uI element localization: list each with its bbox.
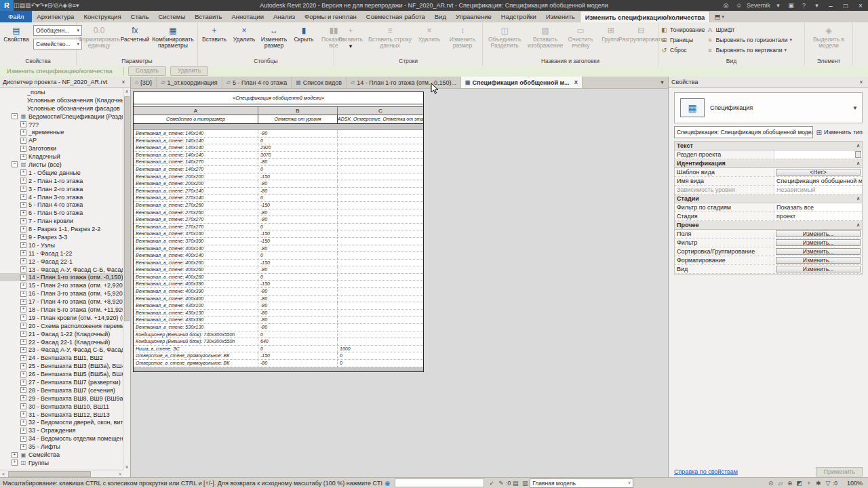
selection-filter-icon[interactable]: ▽	[823, 480, 833, 487]
schedule-cell[interactable]: -150	[258, 174, 338, 180]
column-letter[interactable]: C	[338, 107, 423, 115]
schedule-row[interactable]: Вентканал_в_стене: 530x130-80	[134, 324, 423, 331]
search-icon[interactable]: ◎	[721, 2, 731, 9]
schedule-cell[interactable]	[338, 188, 423, 195]
property-value[interactable]: проект	[774, 212, 862, 220]
schedule-cell[interactable]	[338, 288, 423, 295]
schedule-cell[interactable]: Ниша_в_стене: ЭС	[134, 346, 258, 352]
browser-vertical-scrollbar[interactable]: ∧ ∨	[123, 88, 130, 470]
schedule-row[interactable]: Вентканал_в_стене: 140x1403070	[134, 152, 423, 159]
schedule-cell[interactable]: -80	[258, 310, 338, 317]
tree-item[interactable]: +2 - План 1-го этажа	[0, 177, 123, 185]
expand-icon[interactable]: +	[20, 186, 26, 192]
schedule-cell[interactable]: -80	[258, 159, 338, 165]
schedule-cell[interactable]: -150	[258, 260, 338, 266]
tab-Управление[interactable]: Управление	[451, 11, 496, 22]
expand-icon[interactable]: +	[20, 218, 26, 224]
schedule-cell[interactable]	[338, 195, 423, 201]
editing-requests-icon[interactable]: ✎	[496, 480, 506, 487]
schedule-cell[interactable]: 0	[258, 331, 338, 338]
schedule-cell[interactable]	[338, 230, 423, 237]
delete-column-button[interactable]: ×Удалить	[230, 24, 258, 43]
schedule-row[interactable]: Вентканал_в_стене: 140x270-80	[134, 159, 423, 166]
tree-item[interactable]: Условные обозначения (Кладочный)	[0, 96, 123, 104]
expand-icon[interactable]: +	[20, 274, 26, 281]
schedule-row[interactable]: Ниша_в_стене: ЭС01000	[134, 346, 423, 353]
select-pinned-icon[interactable]: ⊕	[785, 480, 795, 487]
schedule-cell[interactable]: Вентканал_в_стене: 270x260	[134, 209, 258, 216]
tree-item[interactable]: +5 - План 4-го этажа	[0, 201, 123, 209]
schedule-cell[interactable]: -80	[258, 360, 338, 367]
tree-item[interactable]: +32 - Ведомости дверей, окон, витражей	[0, 419, 123, 427]
schedule-cell[interactable]: 0	[258, 138, 338, 144]
schedule-row[interactable]: Вентканал_в_стене: 400x2600	[134, 274, 423, 281]
expand-icon[interactable]: +	[20, 121, 26, 127]
status-check-icon[interactable]: ✓	[487, 480, 496, 487]
schedule-cell[interactable]: Вентканал_в_стене: 400x260	[134, 260, 258, 266]
expand-icon[interactable]: +	[20, 202, 26, 208]
hide-column-button[interactable]: ▮Скрыть	[290, 24, 318, 43]
schedule-cell[interactable]	[338, 180, 423, 187]
scroll-left-icon[interactable]: <	[0, 472, 7, 476]
schedule-cell[interactable]: -80	[258, 288, 338, 295]
property-edit-button[interactable]: Изменить...	[776, 266, 861, 272]
properties-section-header[interactable]: Стадии∧	[675, 195, 862, 203]
schedule-row[interactable]: Вентканал_в_стене: 370x390-150	[134, 238, 423, 245]
borders-button[interactable]: ⊞Границы	[660, 35, 705, 45]
tree-item[interactable]: +25 - Вентшахта ВШ3 (ВШ3а), ВШ4 (ВШ4а	[0, 362, 123, 370]
expand-icon[interactable]: +	[20, 291, 26, 297]
ellipsis-button[interactable]	[855, 151, 861, 158]
property-value[interactable]: Показать все	[774, 203, 862, 211]
tree-item[interactable]: +12 - Фасад 22-1	[0, 258, 123, 266]
schedule-cell[interactable]: -80	[258, 209, 338, 216]
schedule-cell[interactable]: -150	[258, 230, 338, 237]
schedule-cell[interactable]	[338, 138, 423, 144]
schedule-cell[interactable]: -80	[258, 188, 338, 195]
tab-Совместная работа[interactable]: Совместная работа	[361, 11, 430, 22]
schedule-cell[interactable]: 0	[258, 252, 338, 259]
tree-item[interactable]: +_временные	[0, 128, 123, 136]
revit-logo[interactable]: R	[0, 0, 14, 11]
properties-section-header[interactable]: Прочее∧	[675, 221, 862, 230]
apply-button[interactable]: Применить	[816, 467, 863, 476]
schedule-cell[interactable]: Вентканал_в_стене: 400x390	[134, 281, 258, 287]
schedule-cell[interactable]	[338, 252, 423, 259]
align-vertical-button[interactable]: ≡Выровнять по вертикали▾	[706, 45, 792, 55]
schedule-cell[interactable]: -80	[258, 216, 338, 223]
drag-on-selection-icon[interactable]: +	[804, 480, 814, 487]
tree-item[interactable]: +Заготовки	[0, 144, 123, 152]
tree-item[interactable]: +30 - Вентшахта ВШ10, ВШ11	[0, 403, 123, 411]
collapse-icon[interactable]: −	[12, 113, 18, 119]
minimize-button[interactable]: –	[825, 2, 837, 9]
collapse-section-icon[interactable]: ∧	[856, 222, 860, 228]
column-letter[interactable]: B	[258, 107, 338, 115]
schedule-table[interactable]: <Спецификация обобщенной модели> ABC Сем…	[133, 92, 424, 372]
expand-icon[interactable]: +	[20, 129, 26, 136]
close-icon[interactable]: ×	[857, 79, 865, 85]
schedule-cell[interactable]: Вентканал_в_стене: 200x200	[134, 174, 258, 180]
schedule-cell[interactable]: Кондиционер (Внешний блок): 730x300x550h	[134, 338, 258, 345]
tab-modify-schedule[interactable]: Изменить спецификацию/количества	[580, 11, 711, 22]
tree-item[interactable]: Условные обозначения фасадов	[0, 104, 123, 113]
schedule-cell[interactable]: Вентканал_в_стене: 400x140	[134, 252, 258, 259]
schedule-cell[interactable]	[338, 174, 423, 180]
schedule-row[interactable]: Вентканал_в_стене: 140x1400	[134, 138, 423, 145]
schedule-cell[interactable]	[338, 166, 423, 173]
expand-icon[interactable]: +	[12, 452, 18, 458]
schedule-cell[interactable]	[338, 238, 423, 245]
tree-item[interactable]: +13 - Фасад А-У, Фасад С-Б, Фасад Е-А	[0, 266, 123, 274]
undo-icon[interactable]: ↶	[31, 2, 37, 9]
tree-item[interactable]: +1 - Общие данные	[0, 169, 123, 177]
schedule-cell[interactable]	[338, 317, 423, 323]
expand-icon[interactable]: +	[20, 299, 26, 305]
schedule-cell[interactable]	[338, 338, 423, 345]
expand-icon[interactable]: +	[20, 411, 26, 418]
schedule-cell[interactable]	[338, 296, 423, 302]
view-tab[interactable]: ⌂{3D}	[131, 77, 157, 88]
schedule-cell[interactable]: Вентканал_в_стене: 140x140	[134, 138, 258, 144]
tree-item[interactable]: +6 - План 5-го этажа	[0, 209, 123, 217]
schedule-cell[interactable]: 2920	[258, 144, 338, 151]
schedule-cell[interactable]	[338, 331, 423, 338]
scroll-up-icon[interactable]: ∧	[123, 88, 130, 95]
worksharing-display-icon[interactable]: ▥	[520, 480, 530, 487]
